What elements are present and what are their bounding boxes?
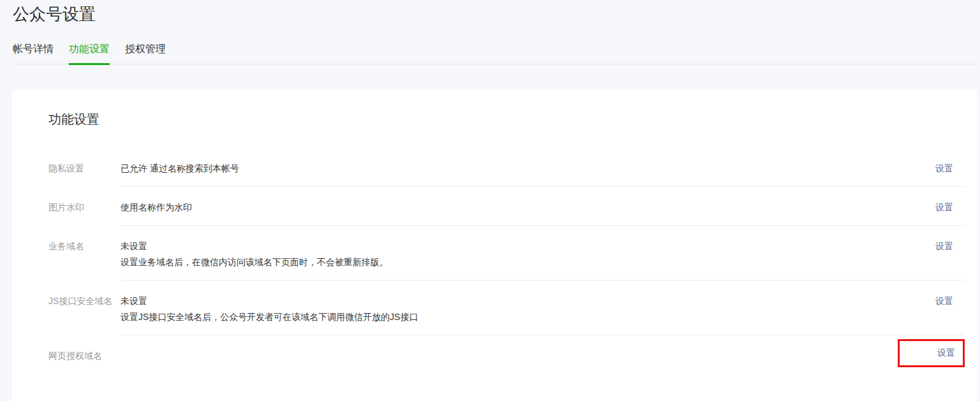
watermark-set-link[interactable]: 设置 <box>935 202 953 213</box>
tab-bar: 帐号详情 功能设置 授权管理 <box>13 43 977 64</box>
row-value: 已允许 通过名称搜索到本帐号 <box>121 163 923 174</box>
js-domain-set-link[interactable]: 设置 <box>935 296 953 307</box>
row-label: 图片水印 <box>48 187 121 226</box>
privacy-set-link[interactable]: 设置 <box>935 163 953 174</box>
row-main: 已允许 通过名称搜索到本帐号 <box>121 163 935 174</box>
row-value: 使用名称作为水印 <box>121 202 923 213</box>
row-image-watermark: 图片水印 使用名称作为水印 设置 <box>48 187 965 226</box>
row-body: 已允许 通过名称搜索到本帐号 设置 <box>121 148 965 187</box>
row-main: 未设置 设置业务域名后，在微信内访问该域名下页面时，不会被重新排版。 <box>121 241 935 268</box>
tab-authorization-management[interactable]: 授权管理 <box>125 43 166 64</box>
row-description: 设置JS接口安全域名后，公众号开发者可在该域名下调用微信开放的JS接口 <box>121 312 923 323</box>
web-auth-domain-set-link[interactable]: 设置 <box>937 347 955 358</box>
row-main: 使用名称作为水印 <box>121 202 935 213</box>
page-title: 公众号设置 <box>13 0 980 25</box>
highlight-annotation-box: 设置 <box>898 339 965 367</box>
content-area: 功能设置 隐私设置 已允许 通过名称搜索到本帐号 设置 图片水印 使用名称作为水… <box>0 64 980 401</box>
function-settings-card: 功能设置 隐私设置 已允许 通过名称搜索到本帐号 设置 图片水印 使用名称作为水… <box>12 90 977 401</box>
row-description: 设置业务域名后，在微信内访问该域名下页面时，不会被重新排版。 <box>121 257 923 268</box>
card-heading: 功能设置 <box>48 113 965 126</box>
row-body: 未设置 设置JS接口安全域名后，公众号开发者可在该域名下调用微信开放的JS接口 … <box>121 281 965 335</box>
row-value: 未设置 <box>121 241 923 252</box>
row-js-api-safe-domain: JS接口安全域名 未设置 设置JS接口安全域名后，公众号开发者可在该域名下调用微… <box>48 281 965 335</box>
row-body: 使用名称作为水印 设置 <box>121 187 965 226</box>
row-label: 网页授权域名 <box>48 335 121 375</box>
row-body: 未设置 设置业务域名后，在微信内访问该域名下页面时，不会被重新排版。 设置 <box>121 226 965 281</box>
row-value: 未设置 <box>121 296 923 307</box>
business-domain-set-link[interactable]: 设置 <box>935 241 953 252</box>
tab-function-settings[interactable]: 功能设置 <box>69 43 110 65</box>
row-body: 设置 <box>121 335 965 375</box>
row-business-domain: 业务域名 未设置 设置业务域名后，在微信内访问该域名下页面时，不会被重新排版。 … <box>48 226 965 281</box>
tab-account-details[interactable]: 帐号详情 <box>13 43 54 64</box>
row-label: 业务域名 <box>48 226 121 281</box>
row-web-auth-domain: 网页授权域名 设置 <box>48 335 965 375</box>
row-privacy-settings: 隐私设置 已允许 通过名称搜索到本帐号 设置 <box>48 148 965 187</box>
row-main: 未设置 设置JS接口安全域名后，公众号开发者可在该域名下调用微信开放的JS接口 <box>121 296 935 323</box>
row-label: JS接口安全域名 <box>48 281 121 335</box>
row-label: 隐私设置 <box>48 148 121 187</box>
page-header: 公众号设置 帐号详情 功能设置 授权管理 <box>0 0 980 64</box>
